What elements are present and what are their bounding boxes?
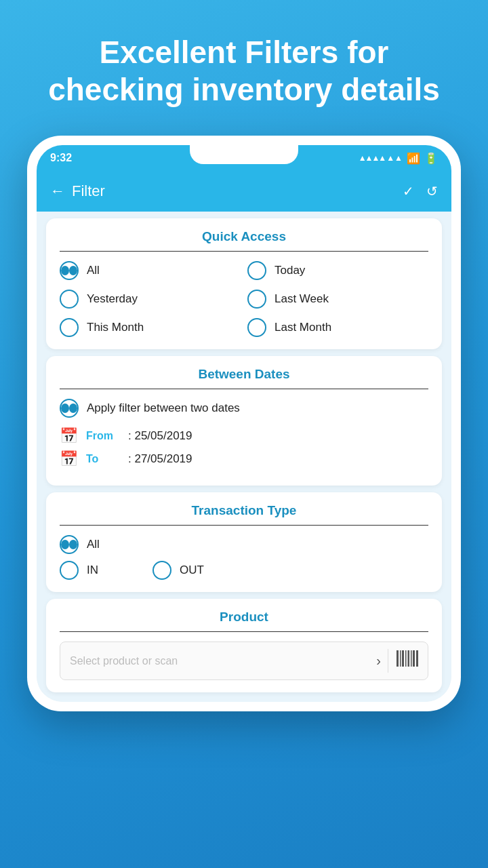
reset-button[interactable]: ↺ bbox=[426, 183, 438, 199]
tt-in-label: IN bbox=[87, 564, 98, 577]
svg-rect-1 bbox=[400, 650, 401, 667]
radio-lastmonth-circle bbox=[247, 318, 266, 337]
tt-out-option[interactable]: OUT bbox=[152, 561, 204, 580]
from-label: From bbox=[86, 430, 120, 442]
phone-notch bbox=[190, 145, 298, 164]
back-button[interactable]: ← bbox=[50, 182, 65, 200]
battery-icon: 🔋 bbox=[424, 152, 438, 165]
page-headline: Excellent Filters for checking inventory… bbox=[0, 0, 488, 136]
barcode-icon bbox=[388, 649, 418, 673]
to-date-row[interactable]: 📅 To : 27/05/2019 bbox=[60, 450, 428, 468]
status-time: 9:32 bbox=[50, 152, 72, 164]
wifi-icon: 📶 bbox=[407, 152, 420, 165]
apply-filter-row[interactable]: Apply filter between two dates bbox=[60, 399, 428, 418]
product-arrow-icon: › bbox=[376, 653, 381, 669]
radio-lastweek-circle bbox=[247, 290, 266, 309]
radio-yesterday-circle bbox=[60, 290, 79, 309]
tt-out-radio bbox=[152, 561, 171, 580]
radio-lastmonth-label: Last Month bbox=[274, 321, 331, 334]
quick-access-yesterday[interactable]: Yesterday bbox=[60, 290, 241, 309]
apply-filter-label: Apply filter between two dates bbox=[87, 401, 240, 415]
tt-all-radio bbox=[60, 535, 79, 554]
svg-rect-6 bbox=[413, 650, 415, 667]
top-bar-left: ← Filter bbox=[50, 182, 105, 200]
to-label: To bbox=[86, 453, 120, 465]
phone-mockup: 9:32 ▲▲▲ 📶 🔋 ← Filter ✓ ↺ Quick Access bbox=[27, 136, 461, 711]
to-date-value: : 27/05/2019 bbox=[128, 452, 192, 466]
quick-access-lastweek[interactable]: Last Week bbox=[247, 290, 428, 309]
top-bar-title: Filter bbox=[72, 182, 105, 200]
quick-access-options: All Today Yesterday Last W bbox=[60, 261, 428, 337]
tt-in-out-row: IN OUT bbox=[60, 561, 428, 580]
radio-thismonth-label: This Month bbox=[87, 321, 144, 334]
tt-in-option[interactable]: IN bbox=[60, 561, 98, 580]
radio-yesterday-label: Yesterday bbox=[87, 292, 138, 306]
tt-all-label: All bbox=[87, 538, 100, 551]
svg-rect-2 bbox=[402, 650, 404, 667]
transaction-type-card: Transaction Type All IN bbox=[46, 492, 442, 592]
status-icons: ▲▲▲ 📶 🔋 bbox=[359, 152, 438, 165]
radio-today-label: Today bbox=[274, 264, 305, 277]
radio-today-circle bbox=[247, 261, 266, 280]
product-title: Product bbox=[60, 610, 428, 632]
radio-all-circle bbox=[60, 261, 79, 280]
radio-thismonth-circle bbox=[60, 318, 79, 337]
quick-access-today[interactable]: Today bbox=[247, 261, 428, 280]
product-card: Product Select product or scan › bbox=[46, 599, 442, 692]
tt-in-radio bbox=[60, 561, 79, 580]
from-calendar-icon: 📅 bbox=[60, 427, 78, 445]
radio-all-label: All bbox=[87, 264, 100, 277]
transaction-type-title: Transaction Type bbox=[60, 503, 428, 526]
confirm-button[interactable]: ✓ bbox=[403, 183, 414, 199]
svg-rect-7 bbox=[416, 650, 418, 667]
quick-access-title: Quick Access bbox=[60, 229, 428, 252]
between-dates-card: Between Dates Apply filter between two d… bbox=[46, 356, 442, 486]
apply-filter-radio bbox=[60, 399, 79, 418]
to-calendar-icon: 📅 bbox=[60, 450, 78, 468]
tt-out-label: OUT bbox=[180, 564, 204, 577]
quick-access-thismonth[interactable]: This Month bbox=[60, 318, 241, 337]
tt-all-row[interactable]: All bbox=[60, 535, 428, 554]
product-placeholder: Select product or scan bbox=[70, 655, 376, 667]
svg-rect-3 bbox=[405, 650, 407, 667]
top-bar: ← Filter ✓ ↺ bbox=[37, 171, 451, 212]
top-bar-right: ✓ ↺ bbox=[403, 183, 438, 199]
quick-access-lastmonth[interactable]: Last Month bbox=[247, 318, 428, 337]
content-area: Quick Access All Today bbox=[37, 212, 451, 702]
from-date-value: : 25/05/2019 bbox=[128, 429, 192, 443]
svg-rect-4 bbox=[408, 650, 410, 667]
signal-icon: ▲▲▲ bbox=[359, 153, 403, 163]
phone-inner: 9:32 ▲▲▲ 📶 🔋 ← Filter ✓ ↺ Quick Access bbox=[37, 145, 451, 702]
product-input-row[interactable]: Select product or scan › bbox=[60, 642, 428, 680]
quick-access-all[interactable]: All bbox=[60, 261, 241, 280]
quick-access-card: Quick Access All Today bbox=[46, 218, 442, 349]
svg-rect-5 bbox=[411, 650, 412, 667]
svg-rect-0 bbox=[396, 650, 399, 667]
from-date-row[interactable]: 📅 From : 25/05/2019 bbox=[60, 427, 428, 445]
radio-lastweek-label: Last Week bbox=[274, 292, 329, 306]
between-dates-title: Between Dates bbox=[60, 367, 428, 389]
